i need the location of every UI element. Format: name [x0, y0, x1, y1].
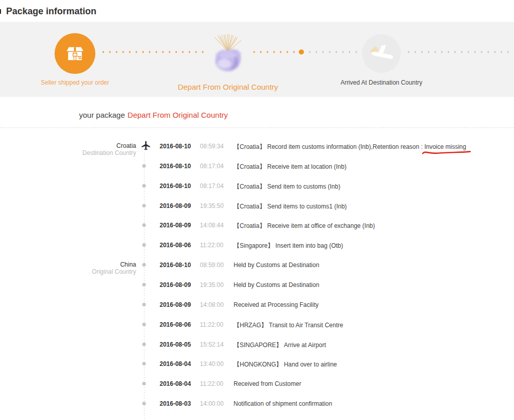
event-date: 2016-08-05 — [160, 341, 191, 348]
timeline-event-row: 2016-08-06 11:22:00 【HRZAG】 Transit to A… — [0, 321, 514, 330]
package-status-line: your packageDepart From Original Country — [79, 111, 228, 119]
step-arrived-destination — [362, 34, 401, 73]
event-message: Held by Customs at Destination — [234, 281, 319, 288]
event-message: Received from Customer — [234, 380, 301, 387]
package-box-icon — [63, 42, 87, 65]
event-message-text: 【Singapore】 Insert item into bag (Otb) — [234, 242, 343, 249]
event-message-text: Held by Customs at Destination — [234, 261, 319, 269]
event-dot — [142, 362, 146, 365]
event-message-text: 【Croatia】 Send item to customs (Inb) — [234, 183, 340, 190]
timeline-event-row: 2016-08-09 19:35:50 【Croatia】 Send items… — [0, 202, 514, 212]
timeline-event-row: 2016-08-03 14:00:00 Notification of ship… — [0, 400, 514, 409]
event-message-text: 【Croatia】 Send items to customs1 (Inb) — [234, 203, 347, 210]
event-message-text: 【HRZAG】 Transit to Air Transit Centre — [234, 322, 343, 329]
event-dot — [142, 382, 146, 385]
event-time: 15:52:14 — [200, 341, 224, 348]
event-message-text: Held by Customs at Destination — [234, 281, 319, 288]
event-time: 11:22:00 — [200, 380, 223, 387]
event-date: 2016-08-04 — [160, 360, 191, 368]
event-time: 19:35:50 — [200, 202, 224, 209]
timeline-group-label: China Original Country — [49, 261, 136, 275]
event-message: Held by Customs at Destination — [234, 261, 319, 269]
group-country-label: Croatia — [49, 142, 136, 149]
event-date: 2016-08-09 — [160, 202, 191, 209]
edge-artifact — [0, 9, 1, 14]
event-date: 2016-08-04 — [160, 380, 191, 387]
event-date: 2016-08-10 — [160, 163, 191, 170]
timeline-group-label: Croatia Destination Country — [49, 142, 136, 156]
event-dot — [142, 323, 146, 326]
group-role-label: Destination Country — [49, 149, 136, 156]
landing-plane-icon — [366, 38, 397, 69]
event-message-text: Received at Processing Facility — [234, 301, 319, 308]
event-time: 08:59:00 — [200, 261, 224, 269]
event-time: 11:22:00 — [200, 242, 223, 249]
event-date: 2016-08-03 — [160, 400, 191, 407]
event-message-text: Received from Customer — [234, 380, 301, 387]
event-message: 【HONGKONG】 Hand over to airline — [234, 360, 337, 369]
dashed-separator — [0, 127, 514, 128]
timeline-event-row: 2016-08-06 11:22:00 【Singapore】 Insert i… — [0, 242, 514, 251]
event-date: 2016-08-09 — [160, 301, 191, 308]
event-highlight-text: Invoice missing — [424, 143, 466, 150]
progress-dots-completed — [100, 50, 208, 54]
status-prefix: your package — [79, 111, 127, 119]
event-dot — [142, 164, 146, 168]
event-highlight-wrap: Invoice missing — [424, 143, 466, 150]
event-time: 19:35:00 — [200, 281, 224, 288]
event-dot — [142, 243, 146, 247]
event-message: 【SINGAPORE】 Arrive at Airport — [234, 341, 326, 350]
timeline-event-row: Croatia Destination Country 2016-08-10 0… — [0, 143, 514, 152]
event-message: 【Croatia】 Send items to customs1 (Inb) — [234, 202, 347, 211]
event-date: 2016-08-09 — [160, 222, 191, 229]
event-date: 2016-08-10 — [160, 261, 191, 269]
event-message: Received at Processing Facility — [234, 301, 319, 308]
event-dot — [142, 283, 146, 286]
step-seller-shipped — [55, 33, 95, 74]
event-dot — [142, 204, 146, 207]
event-message: 【Croatia】 Receive item at office of exch… — [234, 222, 375, 230]
event-time: 13:40:00 — [200, 360, 224, 368]
event-message: 【Singapore】 Insert item into bag (Otb) — [234, 242, 343, 250]
event-message-text: 【SINGAPORE】 Arrive at Airport — [234, 342, 326, 349]
timeline-event-row: China Original Country 2016-08-10 08:59:… — [0, 261, 514, 271]
step-label-arrived: Arrived At Destination Country — [320, 79, 443, 86]
event-message: 【Croatia】 Send item to customs (Inb) — [234, 182, 340, 191]
progress-dots-completed — [251, 50, 298, 54]
event-date: 2016-08-10 — [160, 182, 191, 190]
event-dot — [142, 402, 146, 405]
package-tracking-page: Package information — [0, 0, 514, 420]
event-dot — [142, 303, 146, 306]
timeline-event-row: 2016-08-04 13:40:00 【HONGKONG】 Hand over… — [0, 360, 514, 370]
event-message-text: 【Croatia】 Receive item at office of exch… — [234, 222, 375, 229]
progress-dots-pending — [405, 50, 514, 54]
current-position-dot — [299, 49, 304, 55]
event-dot — [142, 184, 146, 188]
event-message: 【Croatia】 Record item customs informatio… — [234, 143, 466, 151]
status-current-step: Depart From Original Country — [127, 111, 228, 119]
event-time: 14:08:44 — [200, 222, 224, 229]
event-time: 14:00:00 — [200, 400, 224, 407]
event-message: 【HRZAG】 Transit to Air Transit Centre — [234, 321, 343, 330]
progress-tracker: Seller shipped your order Depart From Or… — [0, 22, 514, 97]
event-dot — [142, 263, 146, 267]
event-date: 2016-08-09 — [160, 281, 191, 288]
event-time: 11:22:00 — [200, 321, 223, 328]
step-label-seller-shipped: Seller shipped your order — [14, 79, 136, 86]
group-country-label: China — [49, 261, 136, 268]
event-dot — [142, 343, 146, 346]
event-message-text: Notification of shipment confirmation — [234, 400, 332, 407]
depart-watercolor-icon — [209, 33, 247, 76]
event-date: 2016-08-06 — [160, 242, 191, 249]
event-time: 08:17:04 — [200, 163, 224, 170]
group-role-label: Original Country — [49, 268, 136, 275]
timeline-event-row: 2016-08-09 19:35:00 Held by Customs at D… — [0, 281, 514, 291]
event-message-text: 【HONGKONG】 Hand over to airline — [234, 361, 337, 368]
page-title: Package information — [6, 6, 96, 17]
event-message: Notification of shipment confirmation — [234, 400, 332, 407]
event-message: 【Croatia】 Receive item at location (Inb) — [234, 163, 346, 171]
timeline-event-row: 2016-08-05 15:52:14 【SINGAPORE】 Arrive a… — [0, 341, 514, 350]
timeline-event-row: 2016-08-10 08:17:04 【Croatia】 Send item … — [0, 182, 514, 192]
event-time: 08:59:34 — [200, 143, 224, 150]
event-time: 14:08:00 — [200, 301, 224, 308]
